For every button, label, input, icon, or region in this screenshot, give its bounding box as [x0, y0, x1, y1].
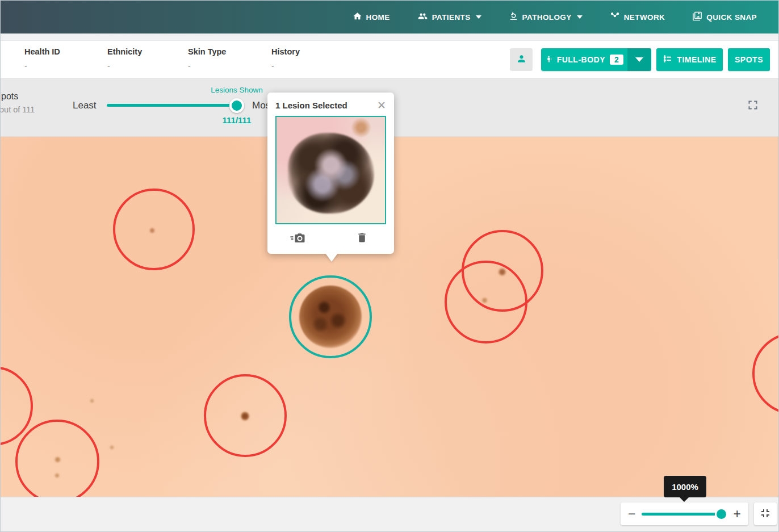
timeline-button[interactable]: TIMELINE — [656, 48, 723, 71]
chevron-down-icon — [635, 57, 643, 62]
body-icon — [545, 53, 552, 66]
full-body-label: FULL-BODY — [557, 55, 605, 64]
bottom-bar: − + — [1, 497, 778, 532]
nav-network-label: NETWORK — [624, 13, 665, 22]
tooltip-arrow — [680, 497, 689, 502]
chevron-down-icon — [577, 15, 583, 19]
full-body-dropdown-button[interactable] — [627, 48, 651, 71]
close-icon[interactable]: ✕ — [377, 100, 386, 111]
lesions-shown-slider-thumb[interactable] — [229, 98, 244, 113]
fullscreen-button[interactable] — [744, 97, 761, 114]
fit-to-screen-button[interactable] — [754, 502, 777, 525]
patients-icon — [417, 11, 428, 23]
lesions-shown-slider-track[interactable] — [107, 104, 238, 107]
zoom-level-value: 1000% — [672, 482, 698, 492]
nav-patients[interactable]: PATIENTS — [417, 11, 481, 23]
lesion-selected-popup: 1 Lesion Selected ✕ — [267, 93, 394, 254]
lesion-dermoscopy-image[interactable] — [275, 116, 386, 224]
nav-quick-snap[interactable]: QUICK SNAP — [692, 11, 757, 23]
delete-icon — [356, 237, 368, 246]
lesion-marker[interactable] — [445, 261, 527, 344]
lesion-marker[interactable] — [113, 188, 195, 270]
delete-button[interactable] — [356, 231, 368, 246]
dermatology-app-window: HOME PATIENTS PATHOLOGY NETWORK QUICK SN… — [0, 0, 779, 532]
patient-info-bar: Health ID - Ethnicity - Skin Type - Hist… — [1, 40, 778, 78]
field-value: - — [188, 61, 226, 70]
spots-count-line2: out of 111 — [0, 105, 35, 114]
zoom-out-button[interactable]: − — [628, 508, 635, 521]
spots-button[interactable]: SPOTS — [728, 48, 770, 71]
nav-patients-label: PATIENTS — [432, 13, 471, 22]
spots-count-line1: pots — [1, 91, 35, 102]
full-body-count-badge: 2 — [610, 55, 623, 65]
field-history: History - — [271, 47, 300, 70]
patient-actions: FULL-BODY 2 TIMELINE SPOTS — [510, 48, 770, 71]
freckle — [90, 399, 94, 403]
field-label: Health ID — [24, 47, 60, 56]
zoom-slider-thumb[interactable] — [717, 509, 726, 519]
nav-pathology[interactable]: PATHOLOGY — [509, 11, 583, 23]
lesion-marker[interactable] — [204, 374, 287, 457]
nav-network[interactable]: NETWORK — [610, 11, 665, 23]
field-label: Ethnicity — [107, 47, 142, 56]
timeline-icon — [663, 54, 672, 65]
nav-pathology-label: PATHOLOGY — [522, 13, 572, 22]
field-ethnicity: Ethnicity - — [107, 47, 142, 70]
freckle — [110, 445, 114, 450]
quick-snap-icon — [692, 11, 702, 23]
lesions-shown-fraction: 111/111 — [220, 115, 254, 125]
lesion-marker[interactable] — [15, 420, 99, 497]
patient-profile-button[interactable] — [510, 48, 533, 71]
pathology-icon — [509, 11, 518, 23]
nav-home-label: HOME — [366, 13, 390, 22]
selected-lesion-marker[interactable] — [289, 275, 372, 358]
navbar-gap-strip — [1, 33, 778, 40]
full-body-split-button: FULL-BODY 2 — [541, 48, 651, 71]
spots-label: SPOTS — [735, 55, 763, 64]
field-value: - — [107, 61, 142, 70]
popup-title: 1 Lesion Selected — [275, 100, 347, 110]
main-navbar: HOME PATIENTS PATHOLOGY NETWORK QUICK SN… — [1, 1, 778, 33]
fullscreen-expand-icon — [746, 106, 760, 114]
popup-pointer-tail — [325, 253, 338, 262]
zoom-in-button[interactable]: + — [733, 508, 740, 521]
popup-actions — [267, 224, 394, 254]
snap-camera-button[interactable] — [290, 232, 305, 246]
zoom-slider-track[interactable] — [642, 513, 727, 516]
home-icon — [353, 11, 362, 23]
zoom-level-tooltip: 1000% — [664, 476, 706, 497]
full-body-button[interactable]: FULL-BODY 2 — [541, 48, 627, 71]
field-label: History — [271, 47, 300, 56]
nav-quick-snap-label: QUICK SNAP — [706, 13, 757, 22]
field-label: Skin Type — [188, 47, 226, 56]
popup-header: 1 Lesion Selected ✕ — [267, 93, 394, 116]
spots-count-summary: pots out of 111 — [1, 91, 35, 114]
field-value: - — [271, 61, 300, 70]
field-skin-type: Skin Type - — [188, 47, 226, 70]
chevron-down-icon — [476, 15, 481, 19]
dermoscopy-lesion-blob — [288, 133, 374, 213]
field-health-id: Health ID - — [24, 47, 60, 70]
zoom-control: − + — [621, 502, 748, 525]
nav-home[interactable]: HOME — [353, 11, 390, 23]
person-icon — [516, 53, 527, 66]
snap-camera-icon — [290, 237, 305, 246]
least-label: Least — [73, 100, 97, 111]
network-icon — [610, 11, 620, 23]
lesion-marker[interactable] — [752, 333, 778, 414]
fit-to-screen-icon — [759, 506, 772, 522]
timeline-label: TIMELINE — [677, 55, 716, 64]
field-value: - — [24, 61, 60, 70]
